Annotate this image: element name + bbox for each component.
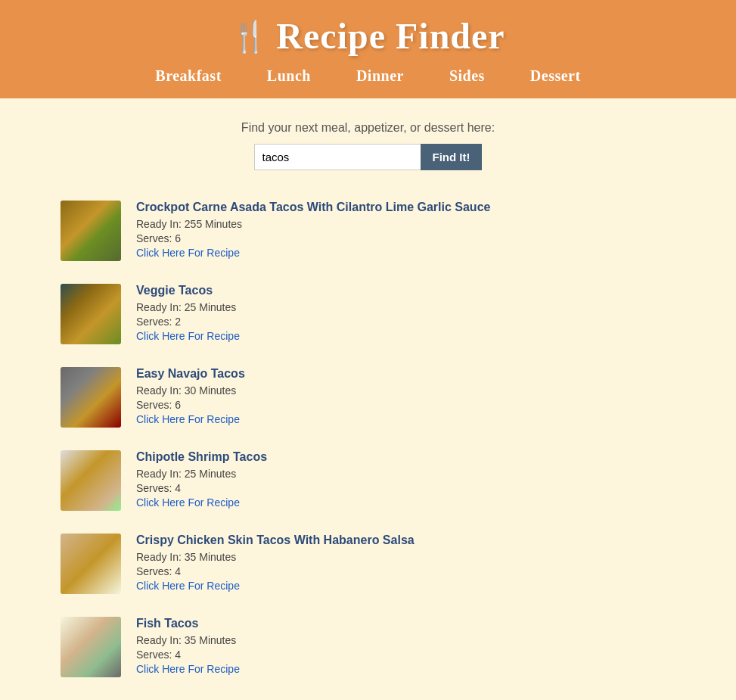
- recipe-ready-in: Ready In: 30 Minutes: [136, 384, 245, 397]
- recipe-image: [61, 367, 121, 428]
- nav-item-dessert[interactable]: Dessert: [530, 67, 581, 85]
- recipe-serves: Serves: 6: [136, 232, 490, 244]
- recipe-image: [61, 617, 121, 677]
- find-it-button[interactable]: Find It!: [421, 144, 483, 170]
- recipe-image: [61, 284, 121, 344]
- recipe-ready-in: Ready In: 25 Minutes: [136, 301, 240, 313]
- header-title-row: 🍴 Recipe Finder: [0, 15, 736, 57]
- recipe-name: Crispy Chicken Skin Tacos With Habanero …: [136, 534, 415, 547]
- recipe-name: Chipotle Shrimp Tacos: [136, 450, 267, 464]
- recipe-image: [61, 534, 121, 594]
- recipe-ready-in: Ready In: 35 Minutes: [136, 551, 415, 563]
- recipe-item: Veggie Tacos Ready In: 25 Minutes Serves…: [61, 276, 675, 352]
- recipe-item: Chipotle Shrimp Tacos Ready In: 25 Minut…: [61, 443, 675, 518]
- recipe-link[interactable]: Click Here For Recipe: [136, 663, 240, 675]
- recipe-image: [61, 201, 121, 261]
- recipe-ready-in: Ready In: 255 Minutes: [136, 218, 490, 230]
- recipe-info: Chipotle Shrimp Tacos Ready In: 25 Minut…: [136, 450, 267, 509]
- nav-item-breakfast[interactable]: Breakfast: [155, 67, 221, 85]
- recipe-link[interactable]: Click Here For Recipe: [136, 496, 267, 509]
- recipe-list: Crockpot Carne Asada Tacos With Cilantro…: [15, 193, 721, 685]
- fork-knife-icon: 🍴: [231, 21, 269, 51]
- recipe-serves: Serves: 6: [136, 399, 245, 411]
- recipe-name: Crockpot Carne Asada Tacos With Cilantro…: [136, 201, 490, 214]
- recipe-name: Easy Navajo Tacos: [136, 367, 245, 381]
- recipe-image: [61, 450, 121, 511]
- site-header: 🍴 Recipe Finder Breakfast Lunch Dinner S…: [0, 0, 736, 98]
- site-title: Recipe Finder: [276, 15, 505, 57]
- search-section: Find your next meal, appetizer, or desse…: [15, 121, 721, 170]
- recipe-ready-in: Ready In: 35 Minutes: [136, 634, 240, 646]
- recipe-item: Fish Tacos Ready In: 35 Minutes Serves: …: [61, 609, 675, 685]
- recipe-serves: Serves: 4: [136, 482, 267, 494]
- recipe-serves: Serves: 2: [136, 316, 240, 328]
- recipe-link[interactable]: Click Here For Recipe: [136, 580, 415, 592]
- recipe-link[interactable]: Click Here For Recipe: [136, 330, 240, 342]
- recipe-item: Crispy Chicken Skin Tacos With Habanero …: [61, 526, 675, 602]
- recipe-serves: Serves: 4: [136, 565, 415, 577]
- recipe-link[interactable]: Click Here For Recipe: [136, 413, 245, 425]
- recipe-info: Veggie Tacos Ready In: 25 Minutes Serves…: [136, 284, 240, 342]
- recipe-info: Crispy Chicken Skin Tacos With Habanero …: [136, 534, 415, 592]
- recipe-name: Veggie Tacos: [136, 284, 240, 297]
- recipe-info: Easy Navajo Tacos Ready In: 30 Minutes S…: [136, 367, 245, 425]
- main-content: Find your next meal, appetizer, or desse…: [0, 98, 736, 700]
- main-nav: Breakfast Lunch Dinner Sides Dessert: [0, 67, 736, 85]
- nav-item-lunch[interactable]: Lunch: [267, 67, 311, 85]
- recipe-info: Fish Tacos Ready In: 35 Minutes Serves: …: [136, 617, 240, 675]
- recipe-info: Crockpot Carne Asada Tacos With Cilantro…: [136, 201, 490, 259]
- recipe-item: Crockpot Carne Asada Tacos With Cilantro…: [61, 193, 675, 269]
- recipe-ready-in: Ready In: 25 Minutes: [136, 468, 267, 480]
- recipe-serves: Serves: 4: [136, 649, 240, 661]
- recipe-link[interactable]: Click Here For Recipe: [136, 247, 490, 259]
- recipe-name: Fish Tacos: [136, 617, 240, 630]
- search-label: Find your next meal, appetizer, or desse…: [15, 121, 721, 135]
- nav-item-dinner[interactable]: Dinner: [356, 67, 404, 85]
- nav-item-sides[interactable]: Sides: [449, 67, 485, 85]
- search-row: Find It!: [15, 144, 721, 170]
- search-input[interactable]: [254, 144, 421, 170]
- recipe-item: Easy Navajo Tacos Ready In: 30 Minutes S…: [61, 359, 675, 435]
